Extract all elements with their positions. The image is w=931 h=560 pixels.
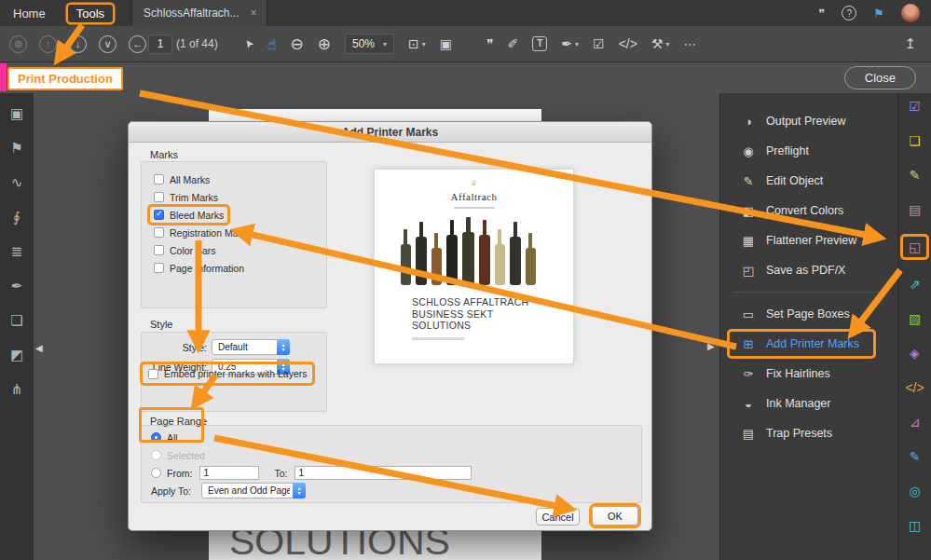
attachments-icon[interactable]: ∮	[13, 210, 21, 225]
embed-printer-marks-row[interactable]: Embed printer marks with Layers	[143, 364, 312, 383]
document-tab[interactable]: SchlossAffaltrach... ×	[131, 0, 267, 26]
sign-icon[interactable]: ✒▾	[561, 36, 579, 51]
panel-item-save-as-pdfx[interactable]: ◰Save as PDF/X	[720, 255, 897, 285]
brand-logo: ♕ Affaltrach	[375, 180, 573, 209]
radio-from[interactable]	[151, 468, 161, 478]
panel-item-flattener-preview[interactable]: ▦Flattener Preview	[720, 225, 897, 255]
draw-icon[interactable]: ✎	[910, 449, 921, 464]
page-number-input[interactable]	[148, 34, 172, 54]
panel-item-edit-object[interactable]: ✎Edit Object	[720, 166, 897, 196]
zoom-level-dropdown[interactable]: 50%▾	[345, 34, 394, 54]
checkbox-label: All Marks	[170, 174, 210, 185]
marks-checkbox-row[interactable]: Bleed Marks	[150, 207, 227, 223]
panel-item-ink-manager[interactable]: ◒Ink Manager	[720, 389, 897, 418]
text-box-icon[interactable]: T	[532, 36, 547, 51]
tools-case-icon[interactable]: ⚒▾	[651, 36, 670, 51]
export-pdf-icon[interactable]: ⇗	[910, 277, 921, 292]
page-display-icon[interactable]: ▣	[440, 36, 452, 51]
compare-files-icon[interactable]: ◎	[909, 484, 920, 499]
comment-icon[interactable]: ❞	[486, 36, 494, 51]
panel-item-trap-presets[interactable]: ▤Trap Presets	[720, 418, 897, 448]
rich-media-icon[interactable]: </>	[905, 380, 924, 395]
threed-tool-icon[interactable]: ◫	[909, 518, 921, 533]
checkbox[interactable]	[154, 174, 164, 184]
radio-row-all[interactable]: All	[151, 429, 632, 446]
icon-glyph: ❞	[486, 36, 494, 51]
icon-glyph: ◱	[909, 239, 921, 254]
icon-glyph: ▣	[10, 105, 23, 121]
radio-selected-label: Selected	[167, 450, 205, 461]
ok-button[interactable]: OK	[592, 506, 638, 526]
tab-home[interactable]: Home	[13, 7, 46, 20]
radio-all[interactable]	[151, 432, 161, 443]
certificates-icon[interactable]: ☑	[593, 36, 605, 51]
marks-checkbox-row[interactable]: Page Information	[150, 260, 248, 276]
cancel-button[interactable]: Cancel	[536, 508, 580, 526]
chat-icon[interactable]: ❞	[818, 7, 825, 20]
last-page-icon[interactable]: ∨	[99, 35, 116, 53]
measure-icon[interactable]: ⊿	[910, 415, 921, 430]
prepare-form-icon[interactable]: ☑	[909, 99, 921, 114]
marks-checkbox-row[interactable]: Registration Marks	[150, 225, 255, 240]
tab-tools[interactable]: Tools	[68, 5, 113, 22]
print-production-icon[interactable]: ◱	[903, 237, 926, 257]
notification-bell-icon[interactable]: ⚑	[873, 7, 884, 20]
layers-icon[interactable]: ≣	[11, 244, 23, 259]
organize-pages-icon[interactable]: ▤	[909, 202, 921, 217]
marquee-zoom-icon[interactable]: ⊡▾	[408, 36, 426, 51]
highlight-icon[interactable]: ✐	[508, 36, 519, 51]
checkbox[interactable]	[154, 227, 164, 238]
select-tool-icon[interactable]: ➤	[244, 37, 253, 50]
checkbox[interactable]	[154, 210, 164, 220]
previous-view-icon[interactable]: ←	[129, 35, 146, 53]
apply-to-dropdown[interactable]: Even and Odd Pages	[201, 483, 306, 499]
share-icon[interactable]: ↥	[904, 35, 916, 52]
radio-row-from[interactable]: From: To:	[151, 464, 632, 482]
print-icon[interactable]: ↑	[39, 35, 57, 53]
destinations-icon[interactable]: ❏	[10, 313, 22, 328]
checkbox[interactable]	[154, 263, 164, 273]
panel-item-set-page-boxes[interactable]: ▭Set Page Boxes	[720, 299, 897, 329]
protect-icon[interactable]: ◈	[910, 346, 920, 361]
more-tools-icon[interactable]: ⋯	[683, 36, 696, 51]
page-down-icon[interactable]: ↓	[69, 35, 87, 53]
panel-item-preflight[interactable]: ◉Preflight	[720, 136, 897, 166]
save-icon[interactable]: ⊜	[9, 35, 27, 53]
style-row: Style: Default	[149, 337, 319, 357]
collapse-right-pane-icon[interactable]: ▶	[707, 341, 715, 351]
edit-pdf-icon[interactable]: ✎	[910, 168, 921, 183]
radio-row-selected[interactable]: Selected	[151, 446, 632, 464]
panel-item-convert-colors[interactable]: ◧Convert Colors	[720, 196, 897, 225]
marks-checkbox-row[interactable]: All Marks	[150, 171, 213, 187]
hand-tool-icon[interactable]: ☝	[267, 35, 277, 53]
tags-icon[interactable]: ◩	[10, 348, 23, 362]
tab-close-icon[interactable]: ×	[251, 7, 257, 20]
style-dropdown[interactable]: Default	[212, 339, 290, 355]
checkbox[interactable]	[154, 192, 164, 202]
collapse-left-pane-icon[interactable]: ◀	[35, 343, 43, 353]
from-field[interactable]	[199, 466, 259, 480]
zoom-out-icon[interactable]: ⊖	[291, 34, 304, 54]
code-icon[interactable]: </>	[619, 36, 637, 51]
fill-sign-icon[interactable]: ✒	[11, 279, 23, 294]
zoom-in-icon[interactable]: ⊕	[318, 34, 331, 54]
comment-tool-icon[interactable]: ❏	[909, 133, 921, 148]
signatures-icon[interactable]: ∿	[11, 175, 23, 190]
bookmarks-icon[interactable]: ⚑	[10, 141, 22, 156]
avatar[interactable]	[901, 4, 920, 22]
order-icon[interactable]: ⋔	[11, 382, 23, 397]
close-toolset-button[interactable]: Close	[844, 66, 916, 89]
toolbar-tools-group: ➤☝⊖⊕50%▾⊡▾▣❞✐T✒▾☑</>⚒▾⋯	[244, 34, 697, 54]
marks-checkbox-row[interactable]: Color Bars	[150, 242, 220, 258]
checkbox[interactable]	[154, 245, 164, 255]
panel-item-output-preview[interactable]: ◑Output Preview	[720, 106, 897, 136]
scan-ocr-icon[interactable]: ▧	[909, 311, 921, 326]
panel-item-add-printer-marks[interactable]: ⊞Add Printer Marks	[730, 332, 873, 356]
radio-selected[interactable]	[151, 450, 161, 460]
to-field[interactable]	[294, 466, 472, 480]
page-thumbnails-icon[interactable]: ▣	[10, 106, 23, 121]
marks-checkbox-row[interactable]: Trim Marks	[150, 189, 222, 205]
panel-item-fix-hairlines[interactable]: ✑Fix Hairlines	[720, 359, 897, 389]
checkbox[interactable]	[148, 369, 158, 379]
help-icon[interactable]: ?	[842, 6, 856, 20]
